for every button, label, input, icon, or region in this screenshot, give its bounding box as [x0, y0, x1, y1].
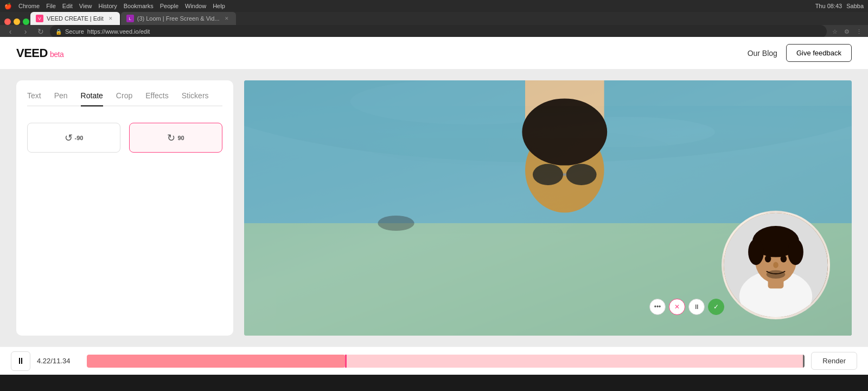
- tab-text[interactable]: Text: [27, 91, 41, 106]
- rotate-right-button[interactable]: ↻ 90: [129, 123, 222, 153]
- left-panel: Text Pen Rotate Crop Effects Stickers ↺ …: [16, 80, 233, 336]
- extensions-icon[interactable]: ⚙: [842, 27, 852, 36]
- svg-point-25: [773, 262, 778, 268]
- menu-bookmarks[interactable]: Bookmarks: [124, 3, 154, 10]
- nav-right: Our Blog Give feedback: [748, 44, 852, 62]
- mac-time: Thu 08:43: [815, 3, 843, 9]
- tab-rotate[interactable]: Rotate: [81, 91, 103, 106]
- timeline[interactable]: [87, 355, 805, 368]
- editor-area: Text Pen Rotate Crop Effects Stickers ↺ …: [0, 70, 868, 346]
- menu-edit[interactable]: Edit: [62, 3, 73, 10]
- secure-icon: 🔒: [55, 29, 62, 35]
- video-preview: ••• ✕ ⏸ ✓: [244, 80, 852, 336]
- browser-action-icons: ☆ ⚙ ⋮: [830, 27, 864, 36]
- give-feedback-button[interactable]: Give feedback: [786, 44, 852, 62]
- rotate-right-label: 90: [177, 135, 184, 141]
- play-pause-button[interactable]: ⏸: [11, 351, 30, 371]
- mac-menu-bar: 🍎 Chrome File Edit View History Bookmark…: [0, 0, 868, 12]
- menu-file[interactable]: File: [46, 3, 56, 10]
- render-button[interactable]: Render: [811, 352, 857, 370]
- tab-loom[interactable]: L (3) Loom | Free Screen & Vid... ✕: [121, 12, 236, 25]
- app-nav: VEEDbeta Our Blog Give feedback: [0, 37, 868, 70]
- menu-help[interactable]: Help: [213, 3, 225, 10]
- rotate-left-label: -90: [75, 135, 84, 141]
- tab-loom-label: (3) Loom | Free Screen & Vid...: [137, 15, 220, 22]
- tab-veed-label: VEED CREATE | Edit: [47, 15, 104, 22]
- menu-chrome[interactable]: Chrome: [18, 3, 40, 10]
- address-bar[interactable]: 🔒 Secure https://www.veed.io/edit: [50, 25, 827, 38]
- window-close-btn[interactable]: [4, 18, 11, 25]
- webcam-confirm-button[interactable]: ✓: [708, 299, 724, 315]
- main-content: VEEDbeta Our Blog Give feedback Text Pen…: [0, 37, 868, 375]
- webcam-face-svg: [724, 211, 828, 319]
- tab-veed-close[interactable]: ✕: [107, 15, 114, 22]
- tab-bar: V VEED CREATE | Edit ✕ L (3) Loom | Free…: [0, 12, 868, 25]
- panel-tabs: Text Pen Rotate Crop Effects Stickers: [27, 91, 222, 106]
- browser-chrome: V VEED CREATE | Edit ✕ L (3) Loom | Free…: [0, 12, 868, 37]
- rotate-left-button[interactable]: ↺ -90: [27, 123, 120, 153]
- menu-view[interactable]: View: [79, 3, 92, 10]
- svg-point-26: [767, 270, 786, 279]
- rotate-buttons: ↺ -90 ↻ 90: [27, 123, 222, 153]
- webcam-close-button[interactable]: ✕: [669, 299, 685, 315]
- more-icon[interactable]: ⋮: [854, 27, 864, 36]
- play-pause-icon: ⏸: [16, 356, 25, 366]
- url-display: https://www.veed.io/edit: [87, 28, 150, 35]
- svg-point-15: [378, 216, 414, 231]
- forward-button[interactable]: ›: [20, 26, 31, 37]
- rotate-left-icon: ↺: [65, 132, 73, 144]
- bookmark-icon[interactable]: ☆: [830, 27, 840, 36]
- video-controls: ⏸ 4.22/11.34 Render: [0, 346, 868, 375]
- our-blog-link[interactable]: Our Blog: [748, 49, 777, 58]
- window-controls[interactable]: [4, 18, 29, 25]
- menu-history[interactable]: History: [98, 3, 117, 10]
- menu-people[interactable]: People: [160, 3, 178, 10]
- svg-point-13: [566, 164, 597, 185]
- timeline-progress: [87, 355, 345, 368]
- svg-point-22: [788, 239, 803, 265]
- apple-menu[interactable]: 🍎: [4, 3, 12, 10]
- loom-favicon: L: [126, 15, 134, 22]
- window-max-btn[interactable]: [23, 18, 29, 25]
- webcam-pause-button[interactable]: ⏸: [688, 299, 705, 315]
- svg-point-23: [765, 255, 771, 262]
- beta-badge: beta: [50, 50, 63, 59]
- rotate-right-icon: ↻: [167, 132, 175, 144]
- menu-window[interactable]: Window: [185, 3, 206, 10]
- veed-logo: VEEDbeta: [16, 46, 63, 60]
- back-button[interactable]: ‹: [4, 26, 16, 37]
- tab-stickers[interactable]: Stickers: [182, 91, 209, 106]
- webcam-more-button[interactable]: •••: [649, 299, 666, 315]
- mac-user: Sabba: [846, 3, 864, 9]
- webcam-overlay: [722, 211, 830, 319]
- refresh-button[interactable]: ↻: [35, 26, 47, 37]
- mac-status-bar: Thu 08:43 Sabba: [815, 3, 864, 9]
- tab-veed[interactable]: V VEED CREATE | Edit ✕: [30, 12, 120, 25]
- svg-point-21: [748, 239, 764, 265]
- svg-point-12: [533, 164, 563, 185]
- time-display: 4.22/11.34: [37, 357, 80, 365]
- svg-point-11: [522, 98, 607, 165]
- tab-loom-close[interactable]: ✕: [223, 15, 231, 22]
- webcam-controls: ••• ✕ ⏸ ✓: [649, 299, 724, 315]
- svg-point-24: [781, 255, 787, 262]
- mac-menu-items[interactable]: 🍎 Chrome File Edit View History Bookmark…: [4, 3, 225, 10]
- timeline-end: [803, 355, 805, 368]
- veed-wordmark: VEED: [16, 46, 48, 60]
- nav-bar: ‹ › ↻ 🔒 Secure https://www.veed.io/edit …: [0, 25, 868, 38]
- window-min-btn[interactable]: [14, 18, 20, 25]
- timeline-thumb: [345, 355, 347, 368]
- tab-pen[interactable]: Pen: [54, 91, 68, 106]
- tab-effects[interactable]: Effects: [145, 91, 169, 106]
- secure-label: Secure: [65, 28, 84, 35]
- veed-favicon: V: [36, 15, 43, 22]
- tab-crop[interactable]: Crop: [116, 91, 132, 106]
